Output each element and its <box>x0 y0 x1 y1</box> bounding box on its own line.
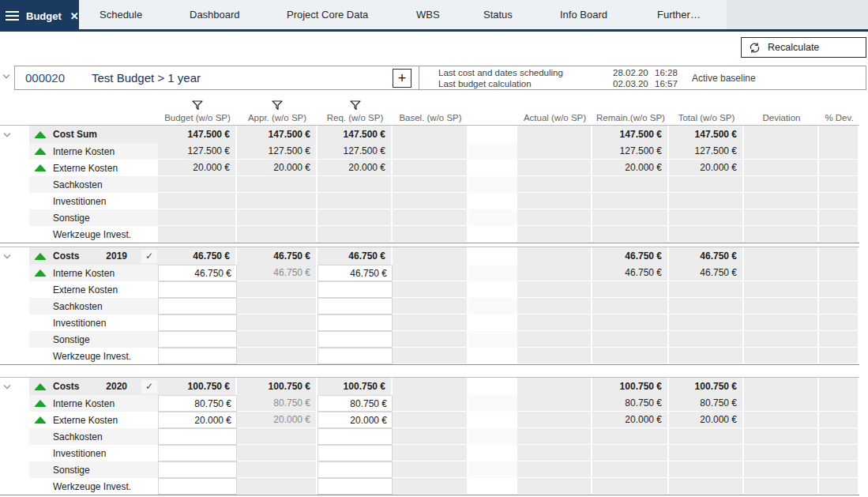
cost-row-sonstige[interactable]: Sonstige <box>0 331 859 348</box>
row-label-cell: Interne Kosten <box>29 265 158 281</box>
column-header-total[interactable]: Total (w/o SP) <box>669 99 744 124</box>
active-tab-label: Budget <box>26 10 62 22</box>
status-indicator-cell <box>34 253 53 260</box>
cell-budget[interactable] <box>158 348 237 364</box>
tab-budget-active[interactable]: Budget ✕ <box>0 0 79 32</box>
group-header-row[interactable]: Cost Sum147.500 €147.500 €147.500 €147.5… <box>0 126 859 143</box>
cell-req: 20.000 € <box>318 160 393 176</box>
column-header-pdev[interactable]: % Dev. <box>819 99 859 124</box>
cell-total: 20.000 € <box>669 160 744 176</box>
cell-budget[interactable]: 46.750 € <box>158 265 237 281</box>
tab-info-board[interactable]: Info Board <box>560 0 607 29</box>
filter-icon[interactable] <box>350 100 361 113</box>
cell-budget[interactable] <box>158 281 237 298</box>
column-header-req[interactable]: Req. (w/o SP) <box>318 99 393 124</box>
cost-row-interne-kosten[interactable]: Interne Kosten127.500 €127.500 €127.500 … <box>0 143 859 160</box>
cell-req[interactable] <box>318 298 393 314</box>
column-header-deviation[interactable]: Deviation <box>744 99 819 124</box>
cell-req[interactable] <box>318 314 393 331</box>
column-header-remain[interactable]: Remain.(w/o SP) <box>592 99 669 124</box>
close-tab-icon[interactable]: ✕ <box>70 10 79 22</box>
project-collapse-chevron-icon[interactable] <box>2 73 11 80</box>
project-code[interactable]: 000020 <box>25 66 65 89</box>
cost-row-interne-kosten[interactable]: Interne Kosten46.750 €46.750 €46.750 €46… <box>0 265 859 281</box>
row-label-cell: Investitionen <box>29 193 158 209</box>
column-header-budget[interactable]: Budget (w/o SP) <box>158 99 237 124</box>
cost-row-werkzeuge-invest[interactable]: Werkzeuge Invest. <box>0 478 859 495</box>
cell-budget <box>158 176 237 193</box>
cost-row-externe-kosten[interactable]: Externe Kosten <box>0 281 859 298</box>
cell-budget[interactable]: 20.000 € <box>158 412 237 428</box>
group-collapse-chevron-icon[interactable] <box>2 249 12 263</box>
cell-budget[interactable] <box>158 445 237 461</box>
cost-row-werkzeuge-invest[interactable]: Werkzeuge Invest. <box>0 348 859 364</box>
group-header-row[interactable]: Costs2020✓100.750 €100.750 €100.750 €100… <box>0 378 859 395</box>
cost-row-externe-kosten[interactable]: Externe Kosten20.000 €20.000 €20.000 €20… <box>0 160 859 176</box>
cost-row-sonstige[interactable]: Sonstige <box>0 461 859 478</box>
cell-budget <box>158 226 237 243</box>
group-checkmark[interactable]: ✓ <box>141 250 157 263</box>
cell-deviation <box>744 160 819 176</box>
hamburger-menu-icon[interactable] <box>6 11 19 21</box>
cell-budget[interactable] <box>158 461 237 478</box>
cell-req[interactable]: 20.000 € <box>318 412 393 428</box>
status-indicator-cell <box>34 148 53 155</box>
row-label-cell: Werkzeuge Invest. <box>29 478 158 495</box>
cell-budget[interactable] <box>158 428 237 445</box>
cell-req[interactable]: 46.750 € <box>318 265 393 281</box>
cell-req[interactable] <box>318 461 393 478</box>
column-header-basel[interactable]: Basel. (w/o SP) <box>393 99 468 124</box>
tab-schedule[interactable]: Schedule <box>100 0 142 29</box>
filter-icon[interactable] <box>272 100 283 113</box>
cell-req[interactable] <box>318 445 393 461</box>
cell-budget[interactable]: 80.750 € <box>158 395 237 412</box>
cost-row-sachkosten[interactable]: Sachkosten <box>0 428 859 445</box>
cell-budget[interactable] <box>158 331 237 348</box>
recalculate-button[interactable]: Recalculate <box>741 37 866 58</box>
cell-basel <box>393 395 468 412</box>
cell-req[interactable] <box>318 281 393 298</box>
cell-budget[interactable] <box>158 478 237 495</box>
cost-row-sachkosten[interactable]: Sachkosten <box>0 298 859 314</box>
group-collapse-chevron-icon[interactable] <box>2 127 12 141</box>
group-checkmark[interactable]: ✓ <box>141 380 157 393</box>
cell-req[interactable] <box>318 428 393 445</box>
group-header-row[interactable]: Costs2019✓46.750 €46.750 €46.750 €46.750… <box>0 247 859 265</box>
tab-wbs[interactable]: WBS <box>416 0 440 29</box>
cost-row-sachkosten[interactable]: Sachkosten <box>0 176 859 193</box>
cost-row-interne-kosten[interactable]: Interne Kosten80.750 €80.750 €80.750 €80… <box>0 395 859 412</box>
column-header-appr[interactable]: Appr. (w/o SP) <box>237 99 318 124</box>
row-left-margin <box>0 281 29 298</box>
green-up-indicator-icon <box>34 400 47 407</box>
cell-deviation <box>744 428 819 445</box>
cost-row-investitionen[interactable]: Investitionen <box>0 314 859 331</box>
filter-icon[interactable] <box>192 100 203 113</box>
cell-pdev <box>819 226 859 243</box>
add-project-button[interactable]: + <box>393 69 411 88</box>
column-header-actual[interactable]: Actual (w/o SP) <box>517 99 592 124</box>
project-title[interactable]: Test Budget > 1 year <box>92 66 201 89</box>
cell-deviation <box>744 412 819 428</box>
column-header-label: Actual (w/o SP) <box>524 113 586 122</box>
tab-project-core-data[interactable]: Project Core Data <box>287 0 368 29</box>
row-label-cell: Investitionen <box>29 445 158 461</box>
cell-req[interactable]: 80.750 € <box>318 395 393 412</box>
cost-row-investitionen[interactable]: Investitionen <box>0 193 859 209</box>
cell-deviation <box>744 461 819 478</box>
cost-row-investitionen[interactable]: Investitionen <box>0 445 859 461</box>
cell-req[interactable] <box>318 478 393 495</box>
cost-row-werkzeuge-invest[interactable]: Werkzeuge Invest. <box>0 226 859 243</box>
tab-dashboard[interactable]: Dashboard <box>190 0 240 29</box>
cost-row-externe-kosten[interactable]: Externe Kosten20.000 €20.000 €20.000 €20… <box>0 412 859 428</box>
group-collapse-chevron-icon[interactable] <box>2 379 12 393</box>
cell-budget[interactable] <box>158 298 237 314</box>
tab-further[interactable]: Further… <box>657 0 701 29</box>
tab-status[interactable]: Status <box>483 0 513 29</box>
cell-req[interactable] <box>318 331 393 348</box>
cell-req[interactable] <box>318 348 393 364</box>
cost-row-sonstige[interactable]: Sonstige <box>0 209 859 226</box>
cell-budget[interactable] <box>158 314 237 331</box>
header-label-col <box>29 99 158 124</box>
row-label: Externe Kosten <box>53 415 118 426</box>
cell-basel <box>393 314 468 331</box>
